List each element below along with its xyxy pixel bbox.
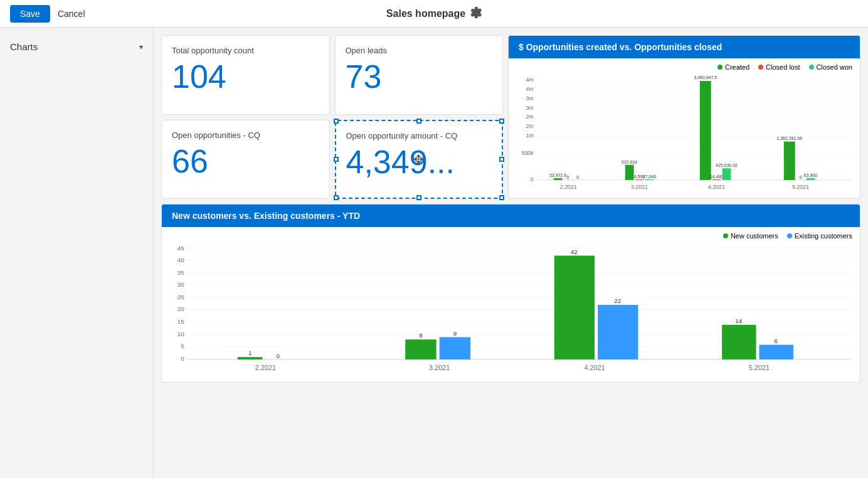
svg-text:63,900: 63,900 (804, 173, 817, 178)
top-bar: Save Cancel Sales homepage (0, 0, 868, 28)
legend-dot-new-customers (723, 233, 728, 238)
svg-text:0: 0 (181, 355, 184, 362)
svg-rect-66 (238, 357, 263, 359)
resize-handle-ml[interactable] (334, 157, 339, 162)
svg-text:5.2021: 5.2021 (749, 364, 770, 371)
svg-text:4m: 4m (526, 86, 533, 92)
sidebar-item-charts[interactable]: Charts ▾ (0, 35, 153, 58)
svg-rect-43 (807, 178, 815, 180)
svg-text:3m: 3m (526, 105, 533, 111)
opp-chart-svg: 4m 4m 3m 3m 2m 2m 1m 500k 0 (516, 73, 852, 196)
kpi-value-open-leads: 73 (346, 60, 493, 93)
customers-chart-body: New customers Existing customers 45 40 3… (162, 227, 860, 382)
svg-text:0: 0 (276, 353, 280, 359)
legend-item-new-customers: New customers (723, 232, 778, 240)
kpi-value-open-opp-amount-cq: 4,349... (346, 146, 492, 178)
kpi-card-open-opp-amount-cq[interactable]: Open opportunity amount - CQ 4,349... ✥ (335, 120, 504, 199)
svg-text:6: 6 (774, 337, 778, 344)
legend-item-existing-customers: Existing customers (787, 232, 852, 240)
resize-handle-tl[interactable] (334, 119, 339, 124)
resize-handle-mr[interactable] (499, 157, 504, 162)
kpi-grid: Total opportunity count 104 Open leads 7… (161, 35, 503, 199)
svg-rect-78 (598, 305, 638, 359)
legend-label-closed-won: Closed won (817, 63, 852, 71)
svg-rect-76 (554, 256, 595, 359)
legend-dot-closed-lost (758, 65, 763, 70)
svg-text:15: 15 (177, 318, 184, 325)
svg-rect-73 (440, 337, 471, 359)
svg-text:1: 1 (248, 350, 252, 357)
svg-rect-27 (635, 179, 644, 180)
gear-icon[interactable] (470, 7, 482, 21)
kpi-label-open-leads: Open leads (346, 46, 493, 55)
svg-rect-29 (645, 179, 654, 180)
svg-text:14,440: 14,440 (710, 174, 723, 179)
opp-chart-header: $ Opportunities created vs. Opportunitie… (509, 36, 860, 58)
save-button[interactable]: Save (10, 5, 50, 23)
svg-text:25: 25 (177, 294, 184, 300)
svg-text:2m: 2m (526, 114, 533, 120)
legend-item-created: Created (717, 63, 749, 71)
legend-label-existing-customers: Existing customers (795, 232, 852, 240)
customers-chart-card: New customers vs. Existing customers - Y… (161, 204, 860, 383)
svg-text:3.2021: 3.2021 (429, 364, 450, 371)
top-row: Total opportunity count 104 Open leads 7… (161, 35, 860, 199)
legend-dot-created (717, 65, 722, 70)
resize-handle-bl[interactable] (334, 195, 339, 200)
opp-chart-card: $ Opportunities created vs. Opportunitie… (508, 35, 860, 199)
svg-text:8: 8 (419, 332, 423, 339)
legend-dot-closed-won (809, 65, 814, 70)
customers-chart-legend: New customers Existing customers (169, 232, 852, 240)
kpi-value-total-opp: 104 (172, 60, 319, 93)
svg-text:4.2021: 4.2021 (708, 184, 725, 190)
svg-rect-81 (722, 325, 756, 359)
svg-text:14: 14 (735, 317, 743, 324)
legend-item-closed-lost: Closed lost (758, 63, 800, 71)
svg-text:0: 0 (800, 175, 802, 179)
svg-rect-36 (722, 168, 731, 180)
svg-rect-25 (625, 165, 634, 180)
svg-text:0: 0 (566, 175, 569, 179)
kpi-card-open-leads[interactable]: Open leads 73 (335, 35, 504, 115)
svg-text:2.2021: 2.2021 (255, 364, 276, 371)
chevron-down-icon: ▾ (139, 43, 143, 51)
svg-text:3,490,947.5: 3,490,947.5 (694, 75, 717, 80)
svg-text:0: 0 (576, 175, 579, 179)
svg-text:4.2021: 4.2021 (585, 364, 605, 371)
svg-text:9: 9 (453, 330, 457, 337)
svg-rect-32 (700, 81, 711, 180)
svg-text:22: 22 (614, 297, 621, 304)
svg-text:40: 40 (177, 257, 184, 263)
svg-text:45: 45 (177, 245, 184, 252)
opp-bar-chart: 4m 4m 3m 3m 2m 2m 1m 500k 0 (516, 73, 852, 196)
kpi-card-open-opp-cq[interactable]: Open opportunities - CQ 66 (161, 120, 330, 199)
svg-text:35: 35 (177, 270, 184, 277)
resize-handle-tm[interactable] (416, 119, 421, 124)
svg-text:500k: 500k (521, 150, 534, 156)
resize-handle-br[interactable] (499, 195, 504, 200)
customers-bar-chart: 45 40 35 30 25 20 15 10 5 0 (169, 242, 852, 377)
main-layout: Charts ▾ Total opportunity count 104 Ope… (0, 28, 868, 478)
svg-text:53,972.8: 53,972.8 (549, 173, 566, 178)
svg-rect-18 (554, 178, 563, 180)
svg-text:537,024: 537,024 (622, 160, 637, 164)
cancel-button[interactable]: Cancel (50, 5, 93, 23)
resize-handle-bm[interactable] (416, 195, 421, 200)
svg-text:2.2021: 2.2021 (560, 184, 577, 190)
sidebar: Charts ▾ (0, 28, 154, 478)
svg-text:5.2021: 5.2021 (792, 184, 809, 190)
opp-chart-body: Created Closed lost Closed won (509, 58, 860, 198)
kpi-label-open-opp-amount-cq: Open opportunity amount - CQ (346, 131, 492, 141)
svg-rect-39 (784, 142, 795, 180)
page-title: Sales homepage (386, 7, 482, 21)
svg-text:0: 0 (531, 176, 534, 183)
svg-text:42: 42 (571, 248, 578, 255)
kpi-label-total-opp: Total opportunity count (172, 46, 319, 55)
resize-handle-tr[interactable] (499, 119, 504, 124)
svg-rect-71 (405, 339, 437, 359)
customers-chart-svg: 45 40 35 30 25 20 15 10 5 0 (169, 242, 852, 377)
svg-text:30: 30 (177, 281, 184, 288)
svg-text:5: 5 (181, 343, 184, 349)
kpi-card-total-opp[interactable]: Total opportunity count 104 (161, 35, 330, 115)
svg-text:1,362,291.06: 1,362,291.06 (776, 136, 802, 141)
